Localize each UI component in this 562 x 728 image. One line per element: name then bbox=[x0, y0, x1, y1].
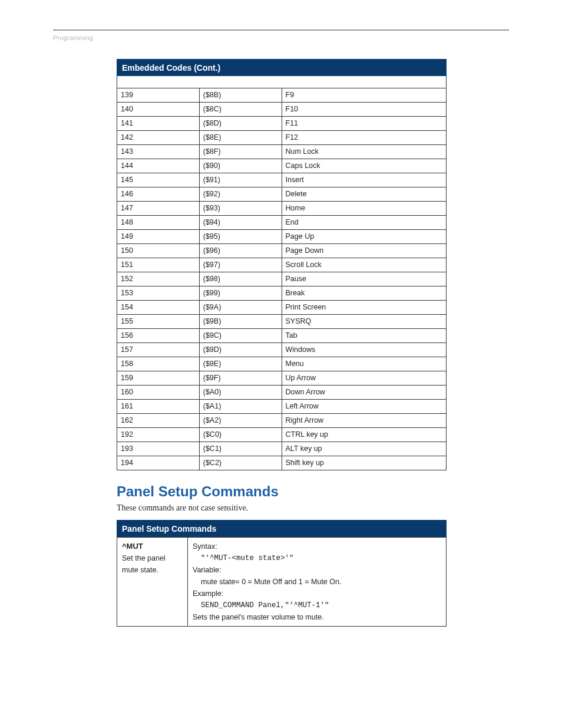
table-row: 151($97)Scroll Lock bbox=[117, 258, 447, 272]
cell-hex: ($8C) bbox=[199, 102, 282, 116]
table-row: 154($9A)Print Screen bbox=[117, 300, 447, 314]
cell-name: Right Arrow bbox=[282, 413, 447, 427]
table-row: 192($C0)CTRL key up bbox=[117, 427, 447, 442]
table-row: 150($96)Page Down bbox=[117, 243, 447, 258]
command-name: ^MUT bbox=[122, 541, 183, 553]
cell-hex: ($8F) bbox=[199, 144, 282, 159]
table-row: 162($A2)Right Arrow bbox=[117, 413, 447, 427]
cell-dec: 141 bbox=[117, 116, 200, 130]
cell-name: Caps Lock bbox=[282, 159, 447, 173]
cell-name: Down Arrow bbox=[282, 385, 447, 399]
cell-name: Up Arrow bbox=[282, 371, 447, 385]
cell-name: SYSRQ bbox=[282, 314, 447, 328]
cell-name: End bbox=[282, 215, 447, 229]
cell-dec: 159 bbox=[117, 371, 200, 385]
cell-name: Page Up bbox=[282, 229, 447, 243]
cell-dec: 142 bbox=[117, 130, 200, 144]
cell-hex: ($94) bbox=[199, 215, 282, 229]
command-detail-cell: Syntax: "'^MUT-<mute state>'" Variable: … bbox=[188, 537, 447, 626]
table-row: 159($9F)Up Arrow bbox=[117, 371, 447, 385]
cell-name: Home bbox=[282, 201, 447, 215]
cell-hex: ($9C) bbox=[199, 328, 282, 342]
cell-name: Tab bbox=[282, 328, 447, 342]
cell-hex: ($9E) bbox=[199, 357, 282, 371]
cell-hex: ($91) bbox=[199, 173, 282, 187]
table-row: 144($90)Caps Lock bbox=[117, 159, 447, 173]
table-row: 140($8C)F10 bbox=[117, 102, 447, 116]
top-rule bbox=[53, 29, 509, 31]
cell-dec: 143 bbox=[117, 144, 200, 159]
cell-hex: ($9A) bbox=[199, 300, 282, 314]
cell-dec: 149 bbox=[117, 229, 200, 243]
cell-name: F12 bbox=[282, 130, 447, 144]
cell-dec: 194 bbox=[117, 456, 200, 470]
cell-dec: 158 bbox=[117, 357, 200, 371]
table-row: 160($A0)Down Arrow bbox=[117, 385, 447, 399]
cell-hex: ($A0) bbox=[199, 385, 282, 399]
panel-setup-table: Panel Setup Commands ^MUT Set the panel … bbox=[117, 520, 447, 627]
panel-setup-heading: Panel Setup Commands bbox=[117, 483, 503, 500]
cell-name: Shift key up bbox=[282, 456, 447, 470]
cell-hex: ($A1) bbox=[199, 399, 282, 413]
cell-name: Windows bbox=[282, 342, 447, 357]
cell-name: Num Lock bbox=[282, 144, 447, 159]
table-row: 141($8D)F11 bbox=[117, 116, 447, 130]
cell-name: ALT key up bbox=[282, 442, 447, 456]
cell-hex: ($92) bbox=[199, 187, 282, 201]
cell-dec: 145 bbox=[117, 173, 200, 187]
cell-name: Insert bbox=[282, 173, 447, 187]
cell-name: CTRL key up bbox=[282, 427, 447, 442]
cell-hex: ($96) bbox=[199, 243, 282, 258]
cell-dec: 193 bbox=[117, 442, 200, 456]
example-label: Example: bbox=[193, 588, 441, 599]
table-row: 152($98)Pause bbox=[117, 272, 447, 286]
cell-name: Menu bbox=[282, 357, 447, 371]
cell-hex: ($90) bbox=[199, 159, 282, 173]
cell-dec: 139 bbox=[117, 88, 200, 102]
cell-hex: ($95) bbox=[199, 229, 282, 243]
command-cell: ^MUT Set the panel mute state. bbox=[117, 537, 188, 626]
table-row: 194($C2)Shift key up bbox=[117, 456, 447, 470]
table-row: 157($9D)Windows bbox=[117, 342, 447, 357]
table-row: 147($93)Home bbox=[117, 201, 447, 215]
table-row: 139($8B)F9 bbox=[117, 88, 447, 102]
cell-hex: ($8B) bbox=[199, 88, 282, 102]
table-title: Embedded Codes (Cont.) bbox=[117, 60, 447, 77]
example-code: SEND_COMMAND Panel,"'^MUT-1'" bbox=[193, 599, 441, 611]
cell-hex: ($9D) bbox=[199, 342, 282, 357]
command-desc: Set the panel mute state. bbox=[122, 552, 183, 576]
cell-hex: ($C0) bbox=[199, 427, 282, 442]
cell-dec: 162 bbox=[117, 413, 200, 427]
cell-hex: ($8D) bbox=[199, 116, 282, 130]
embedded-codes-table: Embedded Codes (Cont.) 139($8B)F9140($8C… bbox=[117, 59, 447, 470]
cell-hex: ($C1) bbox=[199, 442, 282, 456]
cell-hex: ($98) bbox=[199, 272, 282, 286]
syntax-code: "'^MUT-<mute state>'" bbox=[193, 552, 441, 564]
cell-dec: 156 bbox=[117, 328, 200, 342]
table-title: Panel Setup Commands bbox=[117, 520, 447, 537]
cell-dec: 147 bbox=[117, 201, 200, 215]
table-row: 143($8F)Num Lock bbox=[117, 144, 447, 159]
cell-name: F10 bbox=[282, 102, 447, 116]
cell-name: Break bbox=[282, 286, 447, 300]
table-row: 161($A1)Left Arrow bbox=[117, 399, 447, 413]
table-row: 158($9E)Menu bbox=[117, 357, 447, 371]
variable-label: Variable: bbox=[193, 564, 441, 576]
cell-dec: 150 bbox=[117, 243, 200, 258]
cell-dec: 146 bbox=[117, 187, 200, 201]
variable-text: mute state= 0 = Mute Off and 1 = Mute On… bbox=[193, 576, 441, 588]
cell-name: Delete bbox=[282, 187, 447, 201]
cell-hex: ($97) bbox=[199, 258, 282, 272]
cell-dec: 160 bbox=[117, 385, 200, 399]
cell-hex: ($9B) bbox=[199, 314, 282, 328]
cell-dec: 152 bbox=[117, 272, 200, 286]
cell-name: F11 bbox=[282, 116, 447, 130]
cell-name: Page Down bbox=[282, 243, 447, 258]
cell-dec: 148 bbox=[117, 215, 200, 229]
table-row: 145($91)Insert bbox=[117, 173, 447, 187]
section-label: Programming bbox=[53, 34, 509, 41]
cell-name: Scroll Lock bbox=[282, 258, 447, 272]
syntax-label: Syntax: bbox=[193, 541, 441, 552]
cell-name: F9 bbox=[282, 88, 447, 102]
table-row: 146($92)Delete bbox=[117, 187, 447, 201]
